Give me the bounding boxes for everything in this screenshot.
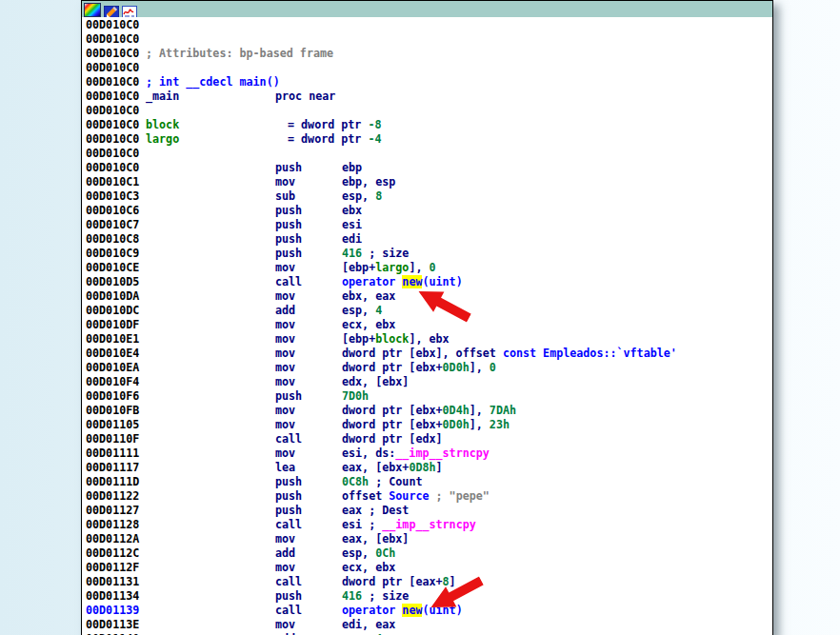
code-segment: ], bbox=[470, 404, 490, 417]
listing-line[interactable]: 00D0112Amoveax, [ebx] bbox=[86, 532, 772, 546]
code-segment: 0 bbox=[490, 361, 496, 374]
address: 00D01128 bbox=[86, 518, 139, 531]
mnemonic: mov bbox=[275, 361, 295, 375]
listing-line[interactable]: 00D010F6push7D0h bbox=[86, 389, 772, 404]
address: 00D010F6 bbox=[86, 389, 139, 403]
mnemonic: push bbox=[275, 247, 302, 261]
colors-palette-icon[interactable] bbox=[84, 3, 101, 17]
code-segment: eax ; Dest bbox=[342, 504, 409, 517]
listing-line[interactable]: 00D010C3subesp, 8 bbox=[86, 189, 772, 204]
operands: eax ; Dest bbox=[342, 504, 409, 518]
listing-line[interactable]: 00D01139calloperator new(uint) bbox=[86, 604, 772, 618]
listing-line[interactable]: 00D010E4movdword ptr [ebx], offset const… bbox=[86, 347, 772, 361]
operands: dword ptr [eax+8] bbox=[342, 575, 456, 589]
listing-line[interactable]: 00D01117leaeax, [ebx+0D8h] bbox=[86, 461, 772, 475]
listing-line[interactable]: 00D010C0 bbox=[86, 18, 772, 32]
operands: edi bbox=[342, 232, 362, 247]
operands: dword ptr [ebx], offset const Empleados:… bbox=[342, 347, 677, 361]
mnemonic: mov bbox=[275, 446, 295, 461]
code-segment: ebp, esp bbox=[342, 175, 395, 189]
listing-line[interactable]: 00D0111Dpush0C8h ; Count bbox=[86, 475, 772, 489]
listing-line[interactable]: 00D010F4movedx, [ebx] bbox=[86, 375, 772, 389]
stack-var-definition: = dword ptr -8 bbox=[288, 118, 382, 132]
listing-line[interactable]: 00D010C0 bbox=[86, 104, 772, 118]
address: 00D010C0 bbox=[86, 18, 139, 31]
listing-line[interactable]: 00D010C0 bbox=[86, 61, 772, 75]
listing-line[interactable]: 00D010C0block= dword ptr -8 bbox=[86, 118, 772, 132]
listing-line[interactable]: 00D010DAmovebx, eax bbox=[86, 289, 772, 304]
listing-line[interactable]: 00D01122pushoffset Source ; "pepe" bbox=[86, 489, 772, 504]
listing-line[interactable]: 00D010C7pushesi bbox=[86, 218, 772, 232]
operands: esi bbox=[342, 218, 362, 232]
window-title-bar[interactable] bbox=[82, 1, 772, 18]
listing-line[interactable]: 00D010C0; int __cdecl main() bbox=[86, 75, 772, 89]
listing-line[interactable]: 00D010C0 bbox=[86, 32, 772, 47]
listing-line[interactable]: 00D010C9push416 ; size bbox=[86, 247, 772, 261]
listing-line[interactable]: 00D010DCaddesp, 4 bbox=[86, 304, 772, 318]
disassembly-listing[interactable]: 00D010C000D010C000D010C0; Attributes: bp… bbox=[82, 17, 772, 635]
mnemonic: proc near bbox=[275, 89, 335, 104]
mnemonic: push bbox=[275, 389, 302, 404]
highlighted-token: new bbox=[402, 275, 422, 288]
address: 00D010E1 bbox=[86, 332, 139, 346]
mnemonic: call bbox=[275, 275, 302, 289]
listing-line[interactable]: 00D010C0_mainproc near bbox=[86, 89, 772, 104]
listing-line[interactable]: 00D0113Emovedi, eax bbox=[86, 618, 772, 632]
listing-line[interactable]: 00D01128callesi ; __imp__strncpy bbox=[86, 518, 772, 532]
listing-line[interactable]: 00D0112Fmovecx, ebx bbox=[86, 561, 772, 575]
listing-line[interactable]: 00D010D5calloperator new(uint) bbox=[86, 275, 772, 289]
listing-line[interactable]: 00D010E1mov[ebp+block], ebx bbox=[86, 332, 772, 347]
address: 00D010C0 bbox=[86, 104, 139, 117]
listing-line[interactable]: 00D010DFmovecx, ebx bbox=[86, 318, 772, 332]
listing-line[interactable]: 00D010C6pushebx bbox=[86, 204, 772, 218]
listing-line[interactable]: 00D01131calldword ptr [eax+8] bbox=[86, 575, 772, 589]
listing-line[interactable]: 00D01127pusheax ; Dest bbox=[86, 504, 772, 518]
operands: ebp bbox=[342, 161, 362, 175]
address: 00D010C0 bbox=[86, 161, 139, 174]
address: 00D01122 bbox=[86, 489, 139, 503]
listing-line[interactable]: 00D010C0; Attributes: bp-based frame bbox=[86, 47, 772, 61]
operands: dword ptr [ebx+0D0h], 0 bbox=[342, 361, 496, 375]
listing-line[interactable]: 00D010C0largo= dword ptr -4 bbox=[86, 132, 772, 147]
mnemonic: mov bbox=[275, 404, 295, 418]
mnemonic: mov bbox=[275, 332, 295, 347]
label: _main bbox=[146, 89, 179, 104]
edit-pencil-icon[interactable] bbox=[104, 4, 119, 16]
listing-line[interactable]: 00D010C8pushedi bbox=[86, 232, 772, 247]
operands: 7D0h bbox=[342, 389, 369, 404]
listing-line[interactable]: 00D01105movdword ptr [ebx+0D0h], 23h bbox=[86, 418, 772, 432]
signature-graph-icon[interactable] bbox=[122, 4, 137, 16]
operands: ebx, eax bbox=[342, 289, 395, 304]
address: 00D010EA bbox=[86, 361, 139, 374]
code-segment: 0D0h bbox=[443, 418, 470, 431]
address: 00D010C6 bbox=[86, 204, 139, 217]
mnemonic: push bbox=[275, 475, 302, 489]
address: 00D010DF bbox=[86, 318, 139, 331]
address: 00D01139 bbox=[86, 604, 139, 617]
label: block bbox=[146, 118, 179, 132]
listing-line[interactable]: 00D0112Caddesp, 0Ch bbox=[86, 546, 772, 561]
code-segment: const Empleados::`vftable' bbox=[503, 347, 677, 360]
mnemonic: push bbox=[275, 161, 302, 175]
listing-line[interactable]: 00D010C1movebp, esp bbox=[86, 175, 772, 189]
listing-line[interactable]: 00D010C0 bbox=[86, 147, 772, 161]
listing-line[interactable]: 00D01111movesi, ds:__imp__strncpy bbox=[86, 446, 772, 461]
listing-line[interactable]: 00D010FBmovdword ptr [ebx+0D4h], 7DAh bbox=[86, 404, 772, 418]
operands: offset Source ; "pepe" bbox=[342, 489, 490, 504]
mnemonic: add bbox=[275, 304, 295, 318]
code-segment: 8 bbox=[443, 575, 450, 588]
listing-line[interactable]: 00D010CEmov[ebp+largo], 0 bbox=[86, 261, 772, 275]
listing-line[interactable]: 00D010EAmovdword ptr [ebx+0D0h], 0 bbox=[86, 361, 772, 375]
address: 00D0112C bbox=[86, 546, 139, 560]
operands: [ebp+largo], 0 bbox=[342, 261, 436, 275]
listing-line[interactable]: 00D010C0pushebp bbox=[86, 161, 772, 175]
code-segment: 0D0h bbox=[443, 361, 470, 374]
code-segment: 0Ch bbox=[375, 546, 395, 560]
address: 00D010F4 bbox=[86, 375, 139, 388]
code-segment: Source bbox=[389, 489, 429, 503]
listing-line[interactable]: 00D01134push416 ; size bbox=[86, 589, 772, 604]
mnemonic: mov bbox=[275, 261, 295, 275]
listing-line[interactable]: 00D0110Fcalldword ptr [edx] bbox=[86, 432, 772, 446]
address: 00D010C9 bbox=[86, 247, 139, 260]
mnemonic: sub bbox=[275, 189, 295, 204]
